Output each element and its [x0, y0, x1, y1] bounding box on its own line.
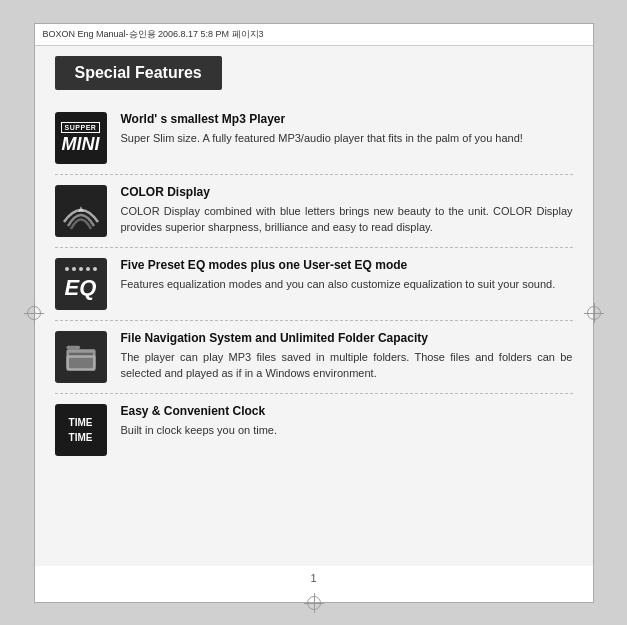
reg-mark-right: [587, 306, 601, 320]
eq-text: EQ: [65, 275, 97, 301]
feature-item-supper-mini: SUPPER MINI World' s smallest Mp3 Player…: [55, 102, 573, 175]
eq-dot-3: [79, 267, 83, 271]
feature-desc-color-display: COLOR Display combined with blue letters…: [121, 203, 573, 236]
feature-title-color-display: COLOR Display: [121, 185, 573, 199]
eq-dot-5: [93, 267, 97, 271]
svg-rect-4: [69, 357, 93, 367]
feature-title-clock: Easy & Convenient Clock: [121, 404, 573, 418]
color-display-svg: [60, 190, 102, 232]
feature-title-file-nav: File Navigation System and Unlimited Fol…: [121, 331, 573, 345]
feature-item-file-nav: File Navigation System and Unlimited Fol…: [55, 321, 573, 394]
page-wrapper: BOXON Eng Manual-승인용 2006.8.17 5:8 PM 페이…: [34, 23, 594, 603]
feature-desc-supper-mini: Super Slim size. A fully featured MP3/au…: [121, 130, 573, 147]
feature-desc-file-nav: The player can play MP3 files saved in m…: [121, 349, 573, 382]
icon-time-line1: TIME: [69, 415, 93, 430]
feature-title-eq: Five Preset EQ modes plus one User-set E…: [121, 258, 573, 272]
icon-mini-text: MINI: [62, 135, 100, 153]
reg-mark-bottom: [307, 596, 321, 610]
feature-text-file-nav: File Navigation System and Unlimited Fol…: [121, 331, 573, 382]
header-text: BOXON Eng Manual-승인용 2006.8.17 5:8 PM 페이…: [43, 29, 264, 39]
feature-desc-eq: Features equalization modes and you can …: [121, 276, 573, 293]
feature-text-eq: Five Preset EQ modes plus one User-set E…: [121, 258, 573, 293]
icon-time: TIME TIME: [55, 404, 107, 456]
eq-dots: [65, 267, 97, 271]
icon-color-display: [55, 185, 107, 237]
feature-text-supper-mini: World' s smallest Mp3 Player Super Slim …: [121, 112, 573, 147]
feature-title-supper-mini: World' s smallest Mp3 Player: [121, 112, 573, 126]
feature-item-eq: EQ Five Preset EQ modes plus one User-se…: [55, 248, 573, 321]
eq-dot-4: [86, 267, 90, 271]
page-number: 1: [35, 566, 593, 590]
content-area: Special Features SUPPER MINI World' s sm…: [35, 46, 593, 566]
page-title: Special Features: [55, 56, 222, 90]
reg-mark-left: [27, 306, 41, 320]
icon-eq: EQ: [55, 258, 107, 310]
icon-supper-mini: SUPPER MINI: [55, 112, 107, 164]
header-bar: BOXON Eng Manual-승인용 2006.8.17 5:8 PM 페이…: [35, 24, 593, 46]
eq-dot-1: [65, 267, 69, 271]
folder-svg: [63, 339, 99, 375]
feature-item-color-display: COLOR Display COLOR Display combined wit…: [55, 175, 573, 248]
eq-dot-2: [72, 267, 76, 271]
feature-item-clock: TIME TIME Easy & Convenient Clock Built …: [55, 394, 573, 466]
feature-text-clock: Easy & Convenient Clock Built in clock k…: [121, 404, 573, 439]
feature-text-color-display: COLOR Display COLOR Display combined wit…: [121, 185, 573, 236]
icon-supper-text: SUPPER: [61, 122, 101, 133]
feature-desc-clock: Built in clock keeps you on time.: [121, 422, 573, 439]
icon-time-line2: TIME: [69, 430, 93, 445]
svg-rect-0: [66, 345, 80, 348]
icon-folder: [55, 331, 107, 383]
